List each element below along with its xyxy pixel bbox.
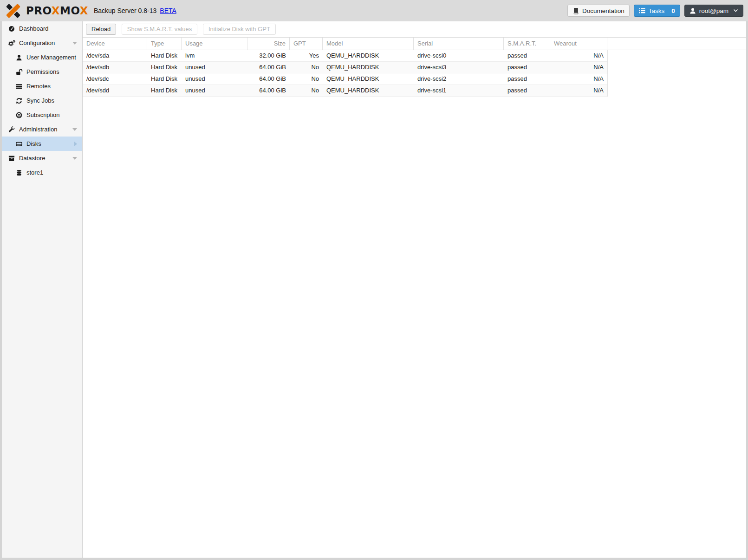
app-title: Backup Server 0.8-13 <box>94 7 156 14</box>
column-header-serial[interactable]: Serial <box>414 38 504 50</box>
database-icon <box>15 169 23 176</box>
sidebar-item-label: Subscription <box>26 111 60 118</box>
table-row[interactable]: /dev/sdb Hard Disk unused 64.00 GiB No Q… <box>83 62 607 73</box>
brand-letters: MO <box>60 5 80 17</box>
user-icon <box>15 54 23 61</box>
cell-gpt: Yes <box>290 50 323 61</box>
sidebar-item-disks[interactable]: Disks <box>2 137 82 151</box>
cell-gpt: No <box>290 62 323 73</box>
unlock-icon <box>15 69 23 75</box>
cell-device: /dev/sdc <box>83 73 147 85</box>
sidebar-item-dashboard[interactable]: Dashboard <box>2 21 82 36</box>
tasks-count-badge: 0 <box>671 7 675 14</box>
reload-button[interactable]: Reload <box>86 24 116 35</box>
collapse-arrow-icon[interactable] <box>72 42 77 45</box>
tachometer-icon <box>8 26 15 32</box>
cell-serial: drive-scsi0 <box>414 50 504 61</box>
sidebar-item-permissions[interactable]: Permissions <box>2 65 82 79</box>
collapse-arrow-icon[interactable] <box>72 128 77 131</box>
brand-letters: X <box>80 5 88 17</box>
sidebar-item-user-management[interactable]: User Management <box>2 50 82 65</box>
cell-size: 32.00 GiB <box>247 50 290 61</box>
cell-model: QEMU_HARDDISK <box>323 62 414 73</box>
user-menu-label: root@pam <box>699 7 728 14</box>
topbar: PROXMOX Backup Server 0.8-13 BETA Docume… <box>0 0 748 21</box>
column-header-smart[interactable]: S.M.A.R.T. <box>504 38 550 50</box>
brand-letters: PRO <box>26 5 52 17</box>
cell-wearout: N/A <box>550 62 607 73</box>
sidebar-item-configuration[interactable]: Configuration <box>2 36 82 50</box>
collapse-arrow-icon[interactable] <box>72 157 77 160</box>
column-header-usage[interactable]: Usage <box>182 38 247 50</box>
cell-smart: passed <box>504 50 550 61</box>
gears-icon <box>8 40 15 46</box>
proxmox-logo: PROXMOX <box>5 3 88 19</box>
user-icon <box>689 7 696 14</box>
wrench-icon <box>8 126 15 133</box>
brand-letters: X <box>52 5 60 17</box>
cell-gpt: No <box>290 85 323 96</box>
cell-smart: passed <box>504 85 550 96</box>
expand-arrow-icon[interactable] <box>74 142 77 146</box>
sidebar-item-label: User Management <box>26 54 76 61</box>
table-row[interactable]: /dev/sda Hard Disk lvm 32.00 GiB Yes QEM… <box>83 50 607 62</box>
sidebar-item-label: Disks <box>26 140 41 147</box>
cell-smart: passed <box>504 62 550 73</box>
column-header-type[interactable]: Type <box>147 38 182 50</box>
column-header-device[interactable]: Device <box>83 38 147 50</box>
sidebar-item-label: Configuration <box>19 39 55 46</box>
user-menu-button[interactable]: root@pam <box>684 5 743 17</box>
initialize-disk-gpt-button: Initialize Disk with GPT <box>203 24 276 35</box>
cell-model: QEMU_HARDDISK <box>323 85 414 96</box>
cell-size: 64.00 GiB <box>247 73 290 85</box>
archive-icon <box>8 155 15 162</box>
cell-wearout: N/A <box>550 50 607 61</box>
sidebar-item-label: Datastore <box>19 155 45 162</box>
sidebar-item-label: Permissions <box>26 68 59 75</box>
cell-type: Hard Disk <box>147 85 182 96</box>
cell-device: /dev/sdd <box>83 85 147 96</box>
table-header: Device Type Usage Size GPT Model Serial … <box>83 37 746 50</box>
book-icon <box>572 7 579 14</box>
cell-serial: drive-scsi1 <box>414 85 504 96</box>
sidebar-item-subscription[interactable]: Subscription <box>2 108 82 122</box>
sidebar-item-remotes[interactable]: Remotes <box>2 79 82 93</box>
cell-model: QEMU_HARDDISK <box>323 73 414 85</box>
column-header-filler <box>607 38 746 50</box>
sidebar-item-store1[interactable]: store1 <box>2 165 82 180</box>
cell-type: Hard Disk <box>147 62 182 73</box>
disks-panel: Reload Show S.M.A.R.T. values Initialize… <box>83 21 746 558</box>
disks-toolbar: Reload Show S.M.A.R.T. values Initialize… <box>83 21 746 37</box>
hdd-icon <box>15 141 23 147</box>
tasks-label: Tasks <box>649 7 665 14</box>
documentation-button[interactable]: Documentation <box>567 5 630 17</box>
sidebar-item-datastore[interactable]: Datastore <box>2 151 82 165</box>
sidebar-item-sync-jobs[interactable]: Sync Jobs <box>2 93 82 108</box>
beta-link[interactable]: BETA <box>160 7 176 14</box>
table-row[interactable]: /dev/sdc Hard Disk unused 64.00 GiB No Q… <box>83 73 607 85</box>
cell-device: /dev/sdb <box>83 62 147 73</box>
column-header-size[interactable]: Size <box>247 38 290 50</box>
column-header-wearout[interactable]: Wearout <box>550 38 607 50</box>
tasks-button[interactable]: Tasks 0 <box>634 5 680 17</box>
table-row[interactable]: /dev/sdd Hard Disk unused 64.00 GiB No Q… <box>83 85 607 97</box>
sidebar-item-label: Remotes <box>26 83 51 90</box>
column-header-model[interactable]: Model <box>323 38 414 50</box>
cell-smart: passed <box>504 73 550 85</box>
sync-icon <box>15 98 23 104</box>
cell-serial: drive-scsi3 <box>414 62 504 73</box>
sidebar-item-administration[interactable]: Administration <box>2 122 82 137</box>
sidebar-item-label: Dashboard <box>19 25 49 32</box>
cell-usage: lvm <box>182 50 247 61</box>
cell-type: Hard Disk <box>147 73 182 85</box>
proxmox-x-icon <box>5 3 22 19</box>
column-header-gpt[interactable]: GPT <box>290 38 323 50</box>
cell-usage: unused <box>182 62 247 73</box>
cell-wearout: N/A <box>550 85 607 96</box>
list-icon <box>15 83 23 90</box>
cell-gpt: No <box>290 73 323 85</box>
show-smart-values-button: Show S.M.A.R.T. values <box>122 24 197 35</box>
cell-usage: unused <box>182 85 247 96</box>
cell-usage: unused <box>182 73 247 85</box>
documentation-label: Documentation <box>582 7 624 14</box>
